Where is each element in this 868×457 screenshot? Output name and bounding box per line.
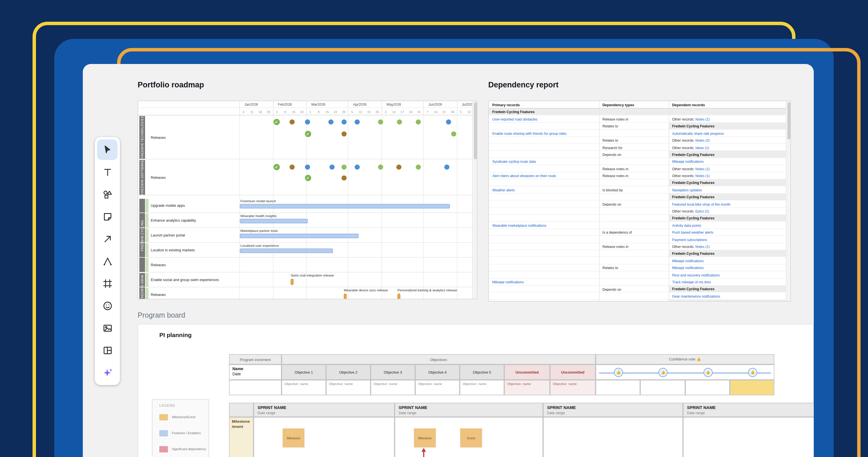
roadmap-release-dot[interactable] [329,164,334,170]
dependency-link[interactable]: Notes (2) [695,138,710,142]
portfolio-roadmap-chart[interactable]: Jan2026Feb2026Mar2026Apr2026May2026Jun20… [137,100,477,299]
roadmap-release-dot[interactable] [341,119,346,124]
dependency-link[interactable]: Mileage notifications [672,160,704,164]
dependency-link[interactable]: Notes (1) [695,166,710,171]
frame-tool[interactable] [97,273,118,294]
roadmap-release-dot[interactable] [289,119,294,124]
roadmap-release-dot[interactable] [354,119,360,124]
shapes-tool[interactable] [97,184,118,205]
dependency-link[interactable]: Enable route-sharing with friends for gr… [492,131,566,135]
pi-confidence-node[interactable]: 👍 [614,368,623,377]
pi-confidence-vote-cell[interactable] [730,380,775,395]
pi-confidence-node[interactable]: 👍 [703,368,712,377]
pi-objective-name-cell[interactable]: Objective name [282,380,326,395]
arrow-tool[interactable] [97,228,118,249]
dependency-scrollbar[interactable] [786,101,790,301]
roadmap-release-dot[interactable]: ✓ [305,175,311,181]
roadmap-release-dot[interactable]: ✓ [305,130,311,137]
dependency-link[interactable]: Mileage notifications [492,280,524,284]
sprint-body-cell[interactable] [683,417,814,457]
pi-objective-name-cell[interactable]: Objective name [460,380,504,395]
roadmap-release-dot[interactable] [354,164,360,170]
roadmap-bar[interactable] [240,204,450,209]
template-tool-icon [101,344,113,356]
roadmap-scrollbar-thumb[interactable] [474,102,476,159]
emoji-tool[interactable] [97,295,118,316]
pi-uncommitted-name-cell[interactable]: Objective name [504,380,550,395]
dependency-link[interactable]: Syndicate cycling route data [492,160,536,164]
roadmap-release-dot[interactable] [305,119,310,124]
pi-confidence-node[interactable]: 👍 [748,368,757,377]
roadmap-release-dot[interactable] [415,119,421,124]
roadmap-release-dot[interactable] [305,164,310,170]
dependency-group-label: Fredwin Cycling Features [669,287,714,291]
roadmap-release-dot[interactable] [444,164,449,170]
dependency-type: Release notes in [602,174,668,178]
template-tool[interactable] [97,340,118,361]
text-tool[interactable] [97,162,118,182]
whiteboard-canvas[interactable]: Portfolio roadmap Jan2026Feb2026Mar2026A… [83,64,814,457]
pi-confidence-node[interactable]: 👍 [659,368,668,377]
dependency-link[interactable]: Push based weather alerts [672,231,713,235]
pi-objective-name-cell[interactable]: Objective name [371,380,415,395]
dependency-scrollbar-thumb[interactable] [787,102,790,140]
roadmap-release-dot[interactable] [378,164,383,170]
dependency-link[interactable]: Mileage notifications [672,259,704,263]
milestone-card[interactable]: Milestone [283,428,304,447]
roadmap-release-dot[interactable]: ✓ [273,119,280,125]
pen-tool[interactable] [97,251,118,271]
roadmap-bar[interactable] [240,248,333,253]
roadmap-week-row: 4111825181522181522295121926310172431714… [138,108,472,115]
dependency-link[interactable]: Wearable marketplace notifications [492,223,546,227]
dependency-link[interactable]: Notes (1) [695,244,710,248]
dependency-link[interactable]: Mileage notifications [672,266,704,270]
dependency-link[interactable]: Alert riders about obstacles on their ro… [492,174,556,178]
roadmap-release-dot[interactable] [396,164,401,170]
program-board-frame[interactable]: PI planning Program incrementObjectivesC… [137,324,814,457]
pi-objective-name-cell[interactable]: Objective name [326,380,371,395]
roadmap-bar[interactable] [240,219,308,223]
roadmap-release-dot[interactable] [328,119,333,124]
roadmap-release-dot[interactable] [397,119,402,124]
dependency-link[interactable]: Activity data points [672,223,701,227]
dependency-link[interactable]: Weather alerts [492,188,515,192]
dependency-link[interactable]: Ideas (1) [695,145,709,149]
image-tool[interactable] [97,317,118,338]
pi-uncommitted-name-cell[interactable]: Objective name [550,380,596,395]
roadmap-release-dot[interactable] [378,119,383,124]
ai-magic-tool[interactable] [97,362,118,383]
dependency-link[interactable]: Epics (1) [695,209,709,213]
roadmap-scrollbar[interactable] [472,101,477,299]
roadmap-release-dot[interactable] [446,119,451,124]
dependency-link[interactable]: Navigation updates [672,188,702,192]
roadmap-milestone-marker[interactable] [397,294,400,299]
roadmap-release-dot[interactable] [451,131,456,136]
roadmap-release-dot[interactable] [415,164,421,170]
dependency-report-table[interactable]: Primary recordsDependency typesDependent… [488,100,791,302]
roadmap-release-dot[interactable] [289,164,294,170]
dependency-link[interactable]: Rest and recovery notifications [672,273,720,277]
dependency-link[interactable]: Automatically share ride progress [672,131,724,135]
roadmap-release-dot[interactable] [341,131,346,136]
dependency-link[interactable]: Gear maintenance notifications [672,294,720,298]
sprint-body-cell[interactable] [543,417,683,457]
milestone-card[interactable]: Milestone [414,428,436,447]
roadmap-bar[interactable] [240,234,358,238]
roadmap-release-dot[interactable] [341,175,346,180]
dependency-link[interactable]: Notes (1) [695,117,710,121]
pi-objective-name-cell[interactable]: Objective name [415,380,460,395]
roadmap-release-dot[interactable]: ✓ [273,164,280,170]
pi-name-date-cell[interactable]: NameDate [229,364,282,380]
dependency-link[interactable]: Track mileage of my tires [672,280,711,284]
dependency-link[interactable]: Notes (1) [695,174,710,178]
select-tool[interactable] [97,140,118,160]
dependency-link[interactable]: Featured local bike shop of the month [672,202,731,206]
milestone-card[interactable]: Event [460,428,482,447]
sprint-body-cell[interactable] [253,417,395,457]
roadmap-milestone-marker[interactable] [343,294,346,299]
dependency-link[interactable]: User-reported road obstacles [492,117,537,121]
sticky-note-tool[interactable] [97,206,118,227]
dependency-link[interactable]: Payment subscriptions [672,237,707,241]
roadmap-milestone-marker[interactable] [290,279,293,285]
roadmap-release-dot[interactable] [341,164,346,170]
